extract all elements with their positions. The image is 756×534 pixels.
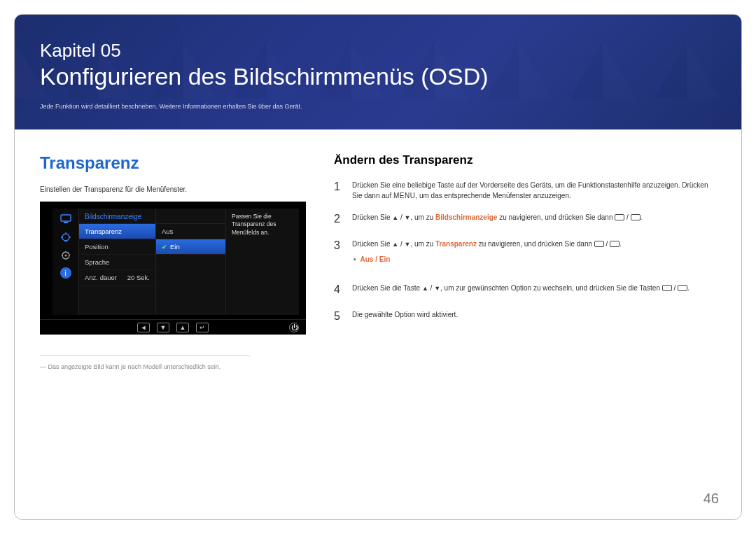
svg-point-2	[62, 234, 69, 241]
step-number: 3	[334, 237, 344, 272]
keycap-icon	[662, 285, 672, 291]
step-3: 3 Drücken Sie ▲ / ▼, um zu Transparenz z…	[334, 237, 716, 272]
down-triangle-icon: ▼	[434, 284, 440, 294]
nav-target: Bildschirmanzeige	[435, 213, 497, 221]
left-arrow-icon: ◄	[137, 323, 150, 332]
keycap-icon	[678, 285, 687, 291]
step-number: 1	[334, 178, 344, 201]
osd-option-ein: ✔Ein	[156, 239, 225, 255]
hero-banner: Kapitel 05 Konfigurieren des Bildschirmm…	[15, 15, 741, 129]
target-icon	[59, 231, 72, 244]
option-bullet: •Aus / Ein	[354, 254, 716, 265]
osd-spacer	[156, 209, 225, 224]
check-icon: ✔	[162, 244, 167, 251]
chapter-label: Kapitel 05	[40, 40, 716, 62]
keycap-icon	[615, 214, 624, 220]
page-title: Konfigurieren des Bildschirmmenüs (OSD)	[40, 63, 716, 90]
step-text: Drücken Sie eine beliebige Taste auf der…	[352, 178, 716, 201]
osd-item-label: Transparenz	[85, 227, 122, 235]
svg-rect-0	[61, 215, 71, 221]
info-icon: i	[60, 267, 71, 279]
osd-item-value: 20 Sek.	[127, 274, 150, 281]
up-triangle-icon: ▲	[422, 284, 428, 294]
step-number: 2	[334, 211, 344, 227]
step-number: 5	[334, 308, 344, 325]
hero-subtitle: Jede Funktion wird detailliert beschrieb…	[40, 103, 716, 110]
osd-item-sprache: Sprache	[79, 255, 155, 270]
gear-icon	[59, 249, 72, 262]
enter-icon: ↵	[196, 323, 209, 332]
step-2: 2 Drücken Sie ▲ / ▼, um zu Bildschirmanz…	[334, 211, 716, 227]
step-5: 5 Die gewählte Option wird aktiviert.	[334, 308, 716, 325]
divider	[40, 356, 250, 356]
keycap-icon	[594, 241, 604, 247]
right-column: Ändern des Transparenz 1 Drücken Sie ein…	[334, 153, 716, 370]
power-icon: ⏻	[289, 323, 299, 332]
osd-screenshot: i Bildschirmanzeige Transparenz Position…	[40, 202, 306, 335]
osd-sidebar: i	[52, 209, 79, 315]
steps-list: 1 Drücken Sie eine beliebige Taste auf d…	[334, 178, 716, 325]
section-description: Einstellen der Transparenz für die Menüf…	[40, 185, 306, 193]
keycap-icon	[631, 214, 640, 220]
content-area: Transparenz Einstellen der Transparenz f…	[15, 129, 741, 370]
menu-keyword: MENU	[393, 192, 415, 199]
nav-target: Transparenz	[435, 240, 477, 248]
osd-section-title: Bildschirmanzeige	[79, 209, 155, 224]
down-arrow-icon: ▼	[157, 323, 169, 332]
up-arrow-icon: ▲	[176, 323, 189, 332]
step-text: Drücken Sie ▲ / ▼, um zu Bildschirmanzei…	[352, 211, 716, 227]
osd-option-label: Ein	[170, 243, 180, 251]
step-1: 1 Drücken Sie eine beliebige Taste auf d…	[334, 178, 716, 201]
svg-rect-1	[64, 222, 68, 223]
osd-item-position: Position	[79, 239, 155, 255]
footnote: ― Das angezeigte Bild kann je nach Model…	[40, 363, 306, 370]
osd-item-transparenz: Transparenz	[79, 224, 155, 239]
step-number: 4	[334, 281, 344, 298]
step-text: Drücken Sie die Taste ▲ / ▼, um zur gewü…	[352, 281, 716, 298]
monitor-icon	[59, 213, 72, 225]
step-text: Die gewählte Option wird aktiviert.	[352, 308, 716, 325]
osd-item-label: Sprache	[85, 258, 109, 266]
step-4: 4 Drücken Sie die Taste ▲ / ▼, um zur ge…	[334, 281, 716, 298]
osd-item-label: Position	[85, 243, 108, 251]
manual-page: Kapitel 05 Konfigurieren des Bildschirmm…	[14, 14, 742, 520]
osd-bottom-bar: ◄ ▼ ▲ ↵ ⏻	[40, 319, 306, 335]
keycap-icon	[610, 241, 620, 247]
osd-item-anzdauer: Anz. dauer20 Sek.	[79, 270, 155, 286]
osd-item-label: Anz. dauer	[85, 274, 117, 281]
osd-hint-text: Passen Sie die Transparenz des Menüfelds…	[226, 209, 299, 315]
osd-option-label: Aus	[162, 227, 173, 235]
osd-option-aus: Aus	[156, 224, 225, 239]
svg-point-4	[64, 255, 66, 257]
osd-window: i Bildschirmanzeige Transparenz Position…	[52, 209, 299, 315]
page-number: 46	[704, 491, 719, 507]
section-heading-transparenz: Transparenz	[40, 153, 306, 173]
footnote-text: Das angezeigte Bild kann je nach Modell …	[48, 363, 221, 370]
up-triangle-icon: ▲	[392, 240, 398, 250]
left-column: Transparenz Einstellen der Transparenz f…	[40, 153, 306, 370]
subsection-heading: Ändern des Transparenz	[334, 153, 716, 167]
osd-options-column: Aus ✔Ein	[156, 209, 226, 315]
step-text: Drücken Sie ▲ / ▼, um zu Transparenz zu …	[352, 237, 716, 272]
up-triangle-icon: ▲	[392, 213, 398, 223]
osd-menu-column: Bildschirmanzeige Transparenz Position S…	[79, 209, 156, 315]
